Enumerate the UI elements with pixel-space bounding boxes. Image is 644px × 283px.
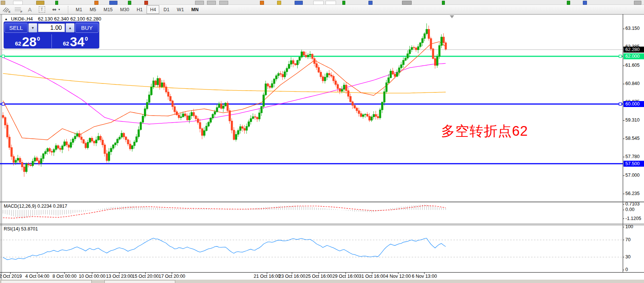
buy-price-prefix: 62 — [63, 40, 69, 47]
ma-slow-line — [3, 73, 446, 93]
macd-tick-label: -1.1205 — [625, 216, 641, 221]
volume-increase-button[interactable]: ▲ — [66, 23, 75, 32]
rsi-tick-label: 0 — [625, 267, 628, 272]
time-tick-label: 2 Oct 2019 — [0, 274, 22, 279]
chart-title: ▲ UKOil-,H4 62.130 62.340 62.100 62.280 — [4, 16, 101, 22]
macd-tick-label: 0.00 — [625, 207, 634, 212]
rsi-tick-label: 30 — [625, 254, 631, 260]
collapse-arrow-icon[interactable]: ▲ — [4, 17, 8, 21]
price-tick-label: 59.310 — [625, 117, 640, 123]
price-tick-label: 56.235 — [625, 191, 640, 196]
sell-price-sup: 0 — [37, 35, 40, 42]
time-tick-label: 6 Nov 13:00 — [412, 274, 437, 279]
price-tick-label: 57.780 — [625, 154, 640, 159]
chart-shift-marker[interactable] — [450, 15, 454, 18]
rsi-tick-label: 100 — [625, 224, 633, 229]
level-price-box: 62.000 — [623, 53, 644, 59]
time-tick-label: 21 Oct 16:00 — [254, 274, 280, 279]
volume-decrease-button[interactable]: ▼ — [28, 23, 37, 32]
macd-signal-line — [3, 205, 446, 218]
time-tick-label: 25 Oct 16:00 — [305, 274, 332, 279]
sell-button[interactable]: SELL — [4, 23, 28, 33]
price-tick-label: 58.545 — [625, 136, 640, 141]
bid-price-box: 62.280 — [623, 47, 644, 53]
macd-tick-label: 0.7103 — [625, 201, 640, 207]
price-tick-label: 57.000 — [625, 173, 640, 178]
sell-price-big: 28 — [22, 35, 37, 48]
chart-text-annotation[interactable]: 多空转折点62 — [441, 122, 528, 141]
hline-handle[interactable] — [619, 103, 622, 106]
hline-handle[interactable] — [2, 55, 4, 58]
time-tick-label: 13 Oct 23:00 — [106, 274, 133, 279]
price-tick-label: 63.150 — [625, 26, 640, 31]
sell-price-display[interactable]: 62 28 0 — [4, 34, 51, 49]
buy-price-display[interactable]: 62 34 0 — [52, 34, 100, 49]
time-tick-label: 4 Nov 12:00 — [386, 274, 411, 279]
rsi-line — [3, 238, 446, 260]
time-tick-label: 23 Oct 16:00 — [279, 274, 305, 279]
price-tick-label: 60.840 — [625, 81, 640, 86]
level-price-box: 60.000 — [623, 101, 644, 107]
time-tick-label: 31 Oct 16:00 — [359, 274, 386, 279]
rsi-pane-label: RSI(14) 53.8701 — [4, 226, 38, 232]
sell-price-prefix: 62 — [15, 40, 21, 47]
bottom-tab[interactable] — [1, 280, 92, 283]
hline-handle[interactable] — [619, 55, 622, 58]
time-tick-label: 29 Oct 16:00 — [332, 274, 359, 279]
time-tick-label: 8 Oct 00:00 — [53, 274, 77, 279]
one-click-trading-panel: SELL ▼ 1.00 ▲ BUY 62 28 0 62 34 0 — [4, 22, 99, 48]
buy-price-big: 34 — [70, 35, 84, 48]
bottom-tabs-strip — [0, 280, 644, 283]
time-tick-label: 4 Oct 04:00 — [25, 274, 50, 279]
time-tick-label: 17 Oct 20:00 — [158, 274, 185, 279]
volume-field[interactable]: 1.00 — [38, 23, 65, 32]
price-tick-label: 61.605 — [625, 63, 640, 68]
buy-price-sup: 0 — [85, 35, 88, 42]
rsi-tick-label: 70 — [625, 237, 631, 242]
macd-pane-label: MACD(12,26,9) 0.2234 0.2817 — [4, 204, 67, 209]
level-price-box: 57.500 — [623, 161, 644, 167]
time-tick-label: 10 Oct 00:00 — [79, 274, 106, 279]
bottom-tab[interactable] — [104, 280, 175, 283]
time-tick-label: 15 Oct 20:00 — [132, 274, 159, 279]
buy-button[interactable]: BUY — [75, 23, 98, 33]
ohlc-values: 62.130 62.340 62.100 62.280 — [38, 16, 101, 22]
symbol-period-label: UKOil-,H4 — [11, 16, 33, 22]
